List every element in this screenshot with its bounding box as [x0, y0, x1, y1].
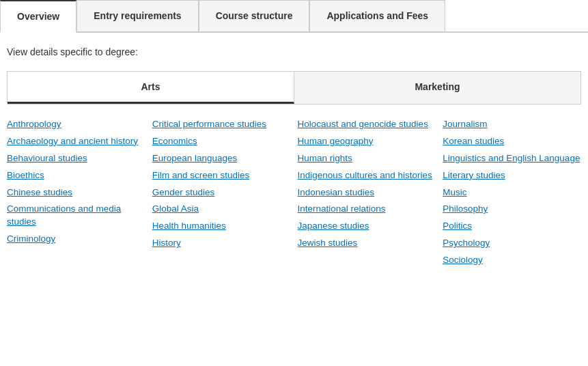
- subject-link[interactable]: European languages: [152, 152, 291, 165]
- subject-link[interactable]: Gender studies: [152, 186, 291, 199]
- main-tabs: Overview Entry requirements Course struc…: [0, 0, 588, 33]
- main-content: View details specific to degree: Arts Ma…: [0, 33, 588, 281]
- subject-link[interactable]: Human rights: [298, 152, 436, 165]
- subject-col-2: Critical performance studiesEconomicsEur…: [152, 118, 291, 267]
- subject-link[interactable]: Chinese studies: [7, 186, 145, 199]
- subject-link[interactable]: Communications and media studies: [7, 203, 145, 229]
- degree-tabs: Arts Marketing: [7, 71, 581, 104]
- subject-link[interactable]: Indigenous cultures and histories: [298, 169, 436, 182]
- subject-link[interactable]: Japanese studies: [298, 220, 436, 233]
- subjects-grid: AnthropologyArchaeology and ancient hist…: [7, 118, 581, 274]
- subject-link[interactable]: Anthropology: [7, 118, 145, 131]
- subject-link[interactable]: Linguistics and English Language: [443, 152, 581, 165]
- subject-link[interactable]: Journalism: [443, 118, 581, 131]
- view-details-label: View details specific to degree:: [7, 46, 581, 57]
- subject-link[interactable]: Korean studies: [443, 135, 581, 148]
- subject-link[interactable]: Bioethics: [7, 169, 145, 182]
- subject-link[interactable]: History: [152, 237, 291, 250]
- subject-link[interactable]: Literary studies: [443, 169, 581, 182]
- subject-link[interactable]: Sociology: [443, 254, 581, 267]
- subject-link[interactable]: Music: [443, 186, 581, 199]
- subject-link[interactable]: Global Asia: [152, 203, 291, 216]
- subject-link[interactable]: Philosophy: [443, 203, 581, 216]
- tab-overview[interactable]: Overview: [0, 0, 76, 33]
- subject-link[interactable]: Human geography: [298, 135, 436, 148]
- subject-link[interactable]: Archaeology and ancient history: [7, 135, 145, 148]
- subject-link[interactable]: Criminology: [7, 233, 145, 246]
- subject-link[interactable]: Politics: [443, 220, 581, 233]
- subject-link[interactable]: International relations: [298, 203, 436, 216]
- subject-link[interactable]: Psychology: [443, 237, 581, 250]
- subject-col-1: AnthropologyArchaeology and ancient hist…: [7, 118, 145, 267]
- subject-link[interactable]: Film and screen studies: [152, 169, 291, 182]
- subject-col-4: JournalismKorean studiesLinguistics and …: [443, 118, 581, 267]
- degree-tab-marketing[interactable]: Marketing: [294, 72, 580, 104]
- subject-link[interactable]: Behavioural studies: [7, 152, 145, 165]
- subject-col-3: Holocaust and genocide studiesHuman geog…: [298, 118, 436, 267]
- subject-link[interactable]: Indonesian studies: [298, 186, 436, 199]
- tab-applications-fees[interactable]: Applications and Fees: [309, 0, 445, 31]
- tab-course-structure[interactable]: Course structure: [199, 0, 310, 31]
- degree-tab-arts[interactable]: Arts: [8, 72, 294, 104]
- subject-link[interactable]: Holocaust and genocide studies: [298, 118, 436, 131]
- tab-entry-requirements[interactable]: Entry requirements: [76, 0, 198, 31]
- subject-link[interactable]: Health humanities: [152, 220, 291, 233]
- subject-link[interactable]: Jewish studies: [298, 237, 436, 250]
- subject-link[interactable]: Economics: [152, 135, 291, 148]
- subject-link[interactable]: Critical performance studies: [152, 118, 291, 131]
